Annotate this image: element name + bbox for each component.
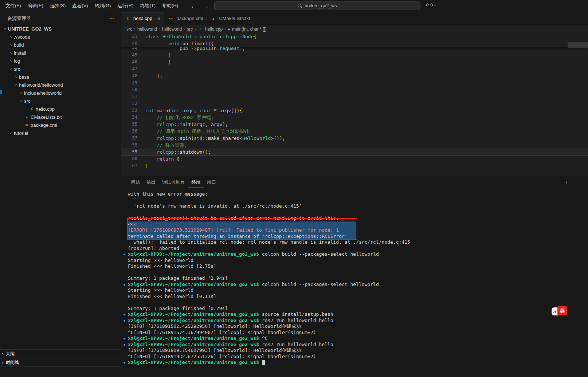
tab-cmakelists-txt[interactable]: ▲CMakeLists.txt <box>207 12 254 25</box>
command-center-search[interactable]: unitree_go2_ws <box>214 1 420 10</box>
panel-tab[interactable]: 端口 <box>204 176 220 188</box>
code-line[interactable]: 57 rclcpp::spin(std::make_shared<HelloWo… <box>121 135 588 142</box>
tree-item[interactable]: ›helloworld/helloworld <box>0 81 121 89</box>
tree-item[interactable]: ›src <box>0 65 121 73</box>
terminal-text: xzl@xzl-HP99:~/Project/unitree/unitree_g… <box>128 251 379 257</box>
terminal-line: ●xzl@xzl-HP99:~/Project/unitree/unitree_… <box>123 251 588 258</box>
bottom-panel: 问题输出调试控制台终端端口 + with this new error mess… <box>121 176 588 377</box>
sidebar-section-header[interactable]: ›时间线 <box>0 358 121 367</box>
menu-item[interactable]: 运行(R) <box>114 2 137 10</box>
code-line[interactable]: 52 <box>121 100 588 107</box>
terminal-line: ●xzl@xzl-HP99:~/Project/unitree/unitree_… <box>123 360 588 366</box>
copilot-menu[interactable]: › <box>426 3 436 8</box>
terminal-text: [INFO] [1761891502.425292950] [helloworl… <box>128 323 301 329</box>
menu-item[interactable]: 查看(V) <box>69 2 91 10</box>
tree-item[interactable]: ›install <box>0 49 121 57</box>
command-decoration-icon[interactable]: ● <box>124 342 125 348</box>
menu-item[interactable]: 文件(F) <box>2 2 24 10</box>
line-number: 52 <box>121 100 137 107</box>
terminal-text: 'rcl node's rmw handle is invalid, at ./… <box>128 203 302 209</box>
line-number: 60 <box>121 156 137 162</box>
code-line[interactable]: 45 } <box>121 52 588 59</box>
terminal-text: <<< <box>128 221 356 228</box>
command-decoration-icon[interactable]: ● <box>124 312 125 318</box>
titlebar: 文件(F)编辑(E)选择(S)查看(V)转到(G)运行(R)终端(T)帮助(H)… <box>0 0 588 12</box>
command-decoration-icon[interactable]: ● <box>124 282 125 288</box>
terminal-text: terminate called after throwing an insta… <box>128 233 356 240</box>
line-number: 59 <box>121 149 137 156</box>
code-line[interactable]: 60 return 0; <box>121 156 588 162</box>
code-line[interactable]: 46 } <box>121 59 588 66</box>
panel-tab[interactable]: 问题 <box>128 176 143 188</box>
code-line[interactable]: 48 }; <box>121 72 588 79</box>
code-line[interactable]: 55 rclcpp::init(argc, argv); <box>121 121 588 128</box>
code-line[interactable]: 50 <box>121 86 588 93</box>
tree-item[interactable]: <>package.xml <box>0 121 121 129</box>
panel-tab[interactable]: 调试控制台 <box>159 176 188 188</box>
breadcrumb-item[interactable]: helloworld <box>162 27 182 32</box>
line-number: 45 <box>121 52 137 59</box>
breadcrumb: src›helloworld›helloworld›src›Chello.cpp… <box>121 25 588 33</box>
command-decoration-icon[interactable]: ● <box>124 336 125 342</box>
code-line[interactable]: 47 <box>121 66 588 72</box>
code-line[interactable]: 21class HelloWorld : public rclcpp::Node… <box>121 33 588 40</box>
panel-tab[interactable]: 输出 <box>143 176 159 188</box>
tab-package-xml[interactable]: <>package.xml <box>164 12 207 25</box>
code-line[interactable]: 54 // 初始化 ROS2 客户端; <box>121 114 588 121</box>
breadcrumb-item[interactable]: main(int, char * []) <box>232 27 267 32</box>
more-actions-icon[interactable]: ··· <box>109 16 115 21</box>
code-line[interactable]: 56 // 调用 spin 函数，并传入节点对象指针。 <box>121 128 588 135</box>
command-decoration-icon[interactable]: ● <box>124 360 125 366</box>
terminal-line <box>123 299 588 306</box>
breadcrumb-item[interactable]: src <box>126 27 132 32</box>
code-line[interactable]: 40 void on_timer(){ <box>121 40 588 47</box>
tree-item[interactable]: ▲CMakeLists.txt <box>0 113 121 121</box>
code-line[interactable]: 51 <box>121 93 588 100</box>
explorer-root-folder[interactable]: ›UNITREE_GO2_WS <box>0 25 121 33</box>
breadcrumb-item[interactable]: hello.cpp <box>205 27 223 32</box>
tree-item[interactable]: ›build <box>0 41 121 49</box>
tree-item[interactable]: ›log <box>0 57 121 65</box>
sidebar-section-header[interactable]: ›大纲 <box>0 349 121 358</box>
tree-item[interactable]: ›tutorial <box>0 129 121 137</box>
close-icon[interactable]: × <box>157 16 160 21</box>
code-line[interactable]: 58 // 释放资源; <box>121 142 588 149</box>
ime-indicator[interactable]: S 英 <box>552 306 567 315</box>
menu-item[interactable]: 转到(G) <box>91 2 114 10</box>
tree-item[interactable]: ›include/helloworld <box>0 89 121 97</box>
menu-item[interactable]: 帮助(H) <box>159 2 181 10</box>
terminal[interactable]: with this new error message: 'rcl node's… <box>121 188 588 377</box>
terminal-line: with this new error message: <box>123 191 588 197</box>
tab-hello-cpp[interactable]: Chello.cpp× <box>121 12 164 25</box>
editor-scrollbar-thumb[interactable] <box>568 42 588 48</box>
menu-item[interactable]: 终端(T) <box>137 2 159 10</box>
chevron-icon: › <box>0 360 6 365</box>
forward-icon[interactable]: → <box>200 0 210 12</box>
back-icon[interactable]: ← <box>189 0 198 12</box>
tree-item[interactable]: ›src <box>0 97 121 105</box>
menu-item[interactable]: 编辑(E) <box>24 2 47 10</box>
command-decoration-icon[interactable]: ● <box>124 318 125 324</box>
editor-group: Chello.cpp×<>package.xml▲CMakeLists.txt … <box>121 12 588 377</box>
chevron-icon: › <box>8 130 14 136</box>
breadcrumb-item[interactable]: src <box>187 27 193 32</box>
panel-tab[interactable]: 终端 <box>188 176 204 188</box>
code-line[interactable]: 49 <box>121 79 588 86</box>
sidebar-bottom-sections: ›大纲›时间线 <box>0 349 121 367</box>
code-line[interactable]: 61} <box>121 162 588 169</box>
menu-item[interactable]: 选择(S) <box>47 2 69 10</box>
tree-item[interactable]: ›.vscode <box>0 33 121 41</box>
command-decoration-icon[interactable]: ● <box>124 252 125 258</box>
code-line[interactable]: 53int main(int argc, char * argv[]){ <box>121 107 588 114</box>
terminal-line: Starting >>> helloworld <box>123 287 588 294</box>
explorer-sidebar: 资源管理器 ··· ›UNITREE_GO2_WS›.vscode›build›… <box>0 12 121 377</box>
code-editor[interactable]: 44 pub_->publish(request);45 }46 }4748 }… <box>121 33 588 176</box>
tree-item[interactable]: ›base <box>0 73 121 81</box>
code-line[interactable]: 59 rclcpp::shutdown(); <box>121 149 588 156</box>
line-number: 21 <box>121 33 137 40</box>
breadcrumb-separator-icon: › <box>195 27 196 32</box>
sticky-scroll[interactable]: 21class HelloWorld : public rclcpp::Node… <box>121 33 588 47</box>
new-terminal-icon[interactable]: + <box>562 176 571 188</box>
breadcrumb-item[interactable]: helloworld <box>137 27 157 32</box>
tree-item[interactable]: Chello.cpp <box>0 105 121 113</box>
